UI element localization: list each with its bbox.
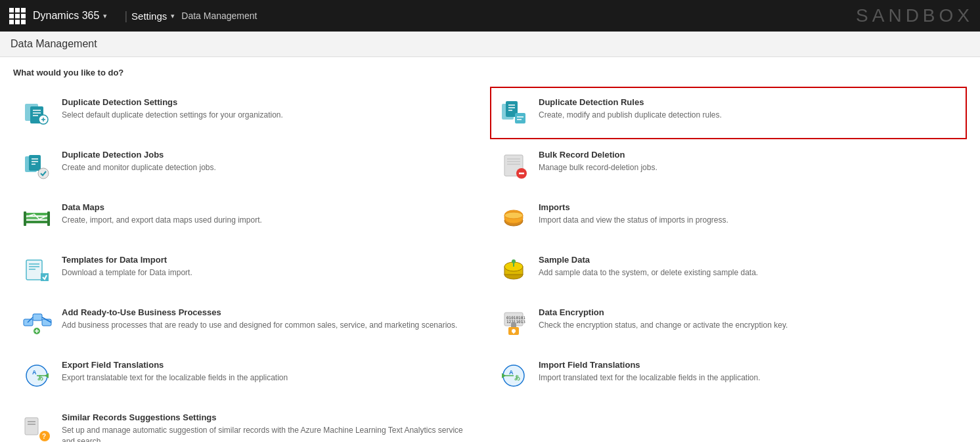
business-processes-icon bbox=[21, 307, 53, 339]
item-title: Sample Data bbox=[539, 255, 952, 265]
item-templates-data-import[interactable]: Templates for Data Import Download a tem… bbox=[13, 244, 490, 297]
sample-data-icon bbox=[498, 255, 529, 286]
top-navigation: Dynamics 365 ▾ | Settings ▾ Data Managem… bbox=[0, 0, 980, 32]
item-text: Bulk Record Deletion Manage bulk record-… bbox=[539, 150, 952, 173]
item-title: Duplicate Detection Rules bbox=[539, 97, 952, 107]
item-text: Data Encryption Check the encryption sta… bbox=[539, 307, 952, 331]
item-desc: Import translated text for the localizab… bbox=[539, 372, 952, 384]
brand-name: Dynamics 365 bbox=[33, 10, 99, 22]
item-desc: Add business processes that are ready to… bbox=[62, 320, 476, 331]
brand-chevron-icon: ▾ bbox=[103, 12, 107, 20]
svg-point-66 bbox=[512, 259, 516, 263]
item-add-business-processes[interactable]: Add Ready-to-Use Business Processes Add … bbox=[13, 297, 490, 349]
item-text: Duplicate Detection Settings Select defa… bbox=[62, 97, 476, 121]
item-export-field-translations[interactable]: A あ Export Field Translations Export tra… bbox=[13, 349, 490, 402]
item-text: Import Field Translations Import transla… bbox=[539, 360, 952, 384]
import-translations-icon: A あ bbox=[498, 360, 529, 391]
item-text: Data Maps Create, import, and export dat… bbox=[62, 202, 476, 226]
item-text: Duplicate Detection Rules Create, modify… bbox=[539, 97, 952, 121]
item-desc: Set up and manage automatic suggestion o… bbox=[62, 425, 476, 442]
svg-rect-25 bbox=[33, 314, 42, 320]
svg-text:12211013: 12211013 bbox=[506, 319, 525, 324]
svg-text:A: A bbox=[32, 369, 37, 376]
item-desc: Import data and view the status of impor… bbox=[539, 215, 952, 226]
main-content: What would you like to do? bbox=[0, 57, 980, 442]
item-text: Templates for Data Import Download a tem… bbox=[62, 255, 476, 278]
svg-rect-48 bbox=[515, 113, 525, 123]
item-imports[interactable]: Imports Import data and view the status … bbox=[490, 192, 967, 244]
imports-icon bbox=[498, 202, 529, 234]
dup-rules-icon bbox=[498, 97, 529, 129]
item-title: Export Field Translations bbox=[62, 360, 476, 370]
svg-rect-18 bbox=[47, 211, 50, 226]
item-title: Bulk Record Deletion bbox=[539, 150, 952, 160]
item-desc: Create, import, and export data maps use… bbox=[62, 215, 476, 226]
item-desc: Check the encryption status, and change … bbox=[539, 320, 952, 331]
similar-records-icon: ? bbox=[21, 412, 53, 442]
item-desc: Export translatable text for the localiz… bbox=[62, 372, 476, 384]
item-title: Imports bbox=[539, 202, 952, 212]
item-import-field-translations[interactable]: A あ Import Field Translations Import tra… bbox=[490, 349, 967, 402]
dup-settings-icon bbox=[21, 97, 53, 129]
item-title: Data Encryption bbox=[539, 307, 952, 317]
breadcrumb: Data Management bbox=[181, 11, 257, 21]
item-title: Duplicate Detection Jobs bbox=[62, 150, 476, 160]
settings-chevron-icon: ▾ bbox=[171, 12, 175, 20]
svg-rect-19 bbox=[26, 260, 42, 280]
item-text: Duplicate Detection Jobs Create and moni… bbox=[62, 150, 476, 173]
section-prompt: What would you like to do? bbox=[13, 68, 967, 77]
data-maps-icon bbox=[21, 202, 53, 234]
waffle-icon bbox=[9, 8, 26, 24]
waffle-menu[interactable] bbox=[7, 5, 28, 26]
item-desc: Manage bulk record-deletion jobs. bbox=[539, 162, 952, 173]
item-text: Sample Data Add sample data to the syste… bbox=[539, 255, 952, 278]
svg-text:あ: あ bbox=[514, 374, 520, 381]
svg-rect-38 bbox=[25, 418, 38, 435]
export-translations-icon: A あ bbox=[21, 360, 53, 391]
bulk-delete-icon bbox=[498, 150, 529, 181]
page-header: Data Management bbox=[0, 32, 980, 57]
svg-rect-17 bbox=[24, 211, 26, 226]
item-sample-data[interactable]: Sample Data Add sample data to the syste… bbox=[490, 244, 967, 297]
svg-rect-9 bbox=[29, 155, 41, 171]
item-desc: Create and monitor duplicate detection j… bbox=[62, 162, 476, 173]
svg-rect-16 bbox=[25, 221, 49, 223]
item-data-encryption[interactable]: 01010101 12211013 Data Encryption Check … bbox=[490, 297, 967, 349]
svg-point-61 bbox=[504, 212, 523, 219]
item-desc: Select default duplicate detection setti… bbox=[62, 110, 476, 121]
right-column: Duplicate Detection Rules Create, modify… bbox=[490, 87, 967, 442]
item-text: Similar Records Suggestions Settings Set… bbox=[62, 412, 476, 442]
item-text: Export Field Translations Export transla… bbox=[62, 360, 476, 384]
item-duplicate-detection-jobs[interactable]: Duplicate Detection Jobs Create and moni… bbox=[13, 139, 490, 192]
settings-label: Settings bbox=[131, 11, 167, 22]
item-text: Imports Import data and view the status … bbox=[539, 202, 952, 226]
environment-label: SANDBOX bbox=[856, 5, 973, 26]
settings-menu[interactable]: Settings ▾ bbox=[131, 11, 175, 22]
item-title: Templates for Data Import bbox=[62, 255, 476, 265]
item-desc: Create, modify and publish duplicate det… bbox=[539, 110, 952, 121]
item-title: Add Ready-to-Use Business Processes bbox=[62, 307, 476, 317]
item-title: Duplicate Detection Settings bbox=[62, 97, 476, 107]
data-encryption-icon: 01010101 12211013 bbox=[498, 307, 529, 339]
item-title: Similar Records Suggestions Settings bbox=[62, 412, 476, 422]
item-title: Data Maps bbox=[62, 202, 476, 212]
items-grid: Duplicate Detection Settings Select defa… bbox=[13, 87, 967, 442]
nav-separator: | bbox=[124, 9, 127, 23]
svg-rect-14 bbox=[25, 213, 49, 215]
item-duplicate-detection-rules[interactable]: Duplicate Detection Rules Create, modify… bbox=[490, 87, 967, 139]
page-title: Data Management bbox=[11, 38, 969, 50]
item-similar-records[interactable]: ? Similar Records Suggestions Settings S… bbox=[13, 402, 490, 442]
svg-text:A: A bbox=[509, 369, 514, 376]
brand-label[interactable]: Dynamics 365 ▾ bbox=[33, 10, 107, 22]
templates-icon bbox=[21, 255, 53, 286]
item-data-maps[interactable]: Data Maps Create, import, and export dat… bbox=[13, 192, 490, 244]
dup-jobs-icon bbox=[21, 150, 53, 181]
item-desc: Download a template for Data import. bbox=[62, 267, 476, 278]
item-duplicate-detection-settings[interactable]: Duplicate Detection Settings Select defa… bbox=[13, 87, 490, 139]
item-title: Import Field Translations bbox=[539, 360, 952, 370]
svg-text:?: ? bbox=[42, 433, 46, 440]
svg-point-13 bbox=[38, 168, 49, 179]
item-desc: Add sample data to the system, or delete… bbox=[539, 267, 952, 278]
item-bulk-record-deletion[interactable]: Bulk Record Deletion Manage bulk record-… bbox=[490, 139, 967, 192]
left-column: Duplicate Detection Settings Select defa… bbox=[13, 87, 490, 442]
